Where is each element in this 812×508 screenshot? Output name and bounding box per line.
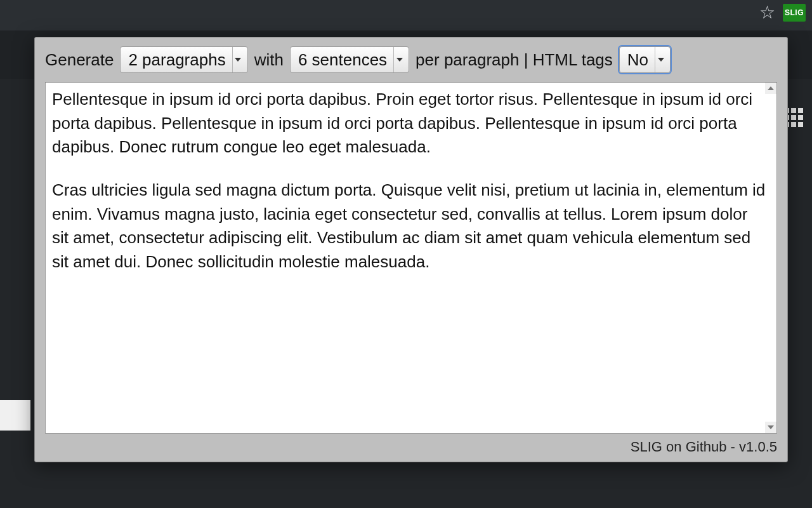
per-paragraph-html-tags-label: per paragraph | HTML tags (416, 50, 613, 70)
paragraph-count-select[interactable]: 2 paragraphs (120, 46, 247, 73)
controls-row: Generate 2 paragraphs with 6 sentences p… (45, 46, 777, 73)
chevron-down-icon (393, 47, 405, 72)
sentence-count-value: 6 sentences (298, 50, 387, 70)
paragraph-count-value: 2 paragraphs (128, 50, 225, 70)
slig-popup: Generate 2 paragraphs with 6 sentences p… (34, 37, 788, 462)
html-tags-value: No (627, 50, 648, 70)
chevron-up-icon (768, 86, 774, 90)
footer-separator: - (727, 439, 740, 455)
browser-toolbar: ☆ SLIG (0, 0, 812, 30)
extension-badge-slig[interactable]: SLIG (783, 4, 806, 22)
html-tags-select[interactable]: No (619, 46, 671, 73)
output-paragraph: Pellentesque in ipsum id orci porta dapi… (52, 88, 768, 159)
with-label: with (254, 50, 284, 70)
output-textarea[interactable]: Pellentesque in ipsum id orci porta dapi… (45, 82, 777, 434)
bookmark-star-icon[interactable]: ☆ (759, 4, 775, 22)
sentence-count-select[interactable]: 6 sentences (290, 46, 409, 73)
output-paragraph: Cras ultricies ligula sed magna dictum p… (52, 178, 768, 274)
chevron-down-icon (768, 425, 774, 429)
chevron-down-icon (232, 47, 244, 72)
generate-label: Generate (45, 50, 114, 70)
scroll-down-button[interactable] (765, 422, 776, 433)
popup-footer: SLIG on Github - v1.0.5 (45, 434, 777, 455)
scroll-up-button[interactable] (765, 83, 776, 94)
version-label: v1.0.5 (739, 439, 777, 455)
background-element (0, 400, 30, 431)
chevron-down-icon (655, 47, 666, 72)
github-link[interactable]: SLIG on Github (631, 439, 727, 455)
